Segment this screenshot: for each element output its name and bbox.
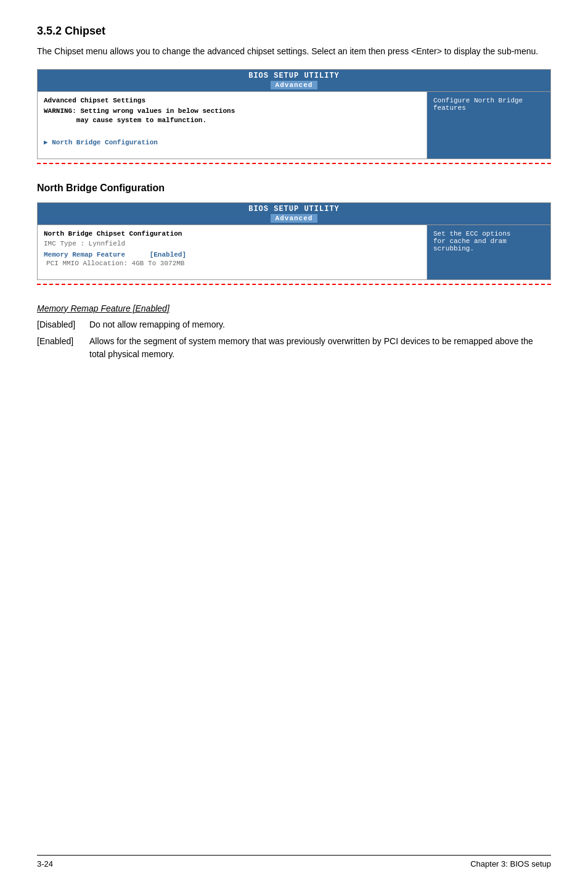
bios-header-2: BIOS SETUP UTILITY Advanced <box>38 203 550 225</box>
bios-right-1: Configure North Bridgefeatures <box>427 92 550 159</box>
dashed-separator-1 <box>37 163 551 164</box>
enabled-label: [Enabled] <box>37 335 89 361</box>
chapter-label: Chapter 3: BIOS setup <box>470 859 551 868</box>
page-footer: 3-24 Chapter 3: BIOS setup <box>37 855 551 868</box>
enabled-desc-row: [Enabled] Allows for the segment of syst… <box>37 335 551 361</box>
memory-remap-value: [Enabled] <box>150 251 186 258</box>
memory-remap-label: Memory Remap Feature <box>44 251 125 258</box>
feature-desc-title: Memory Remap Feature [Enabled] <box>37 303 551 313</box>
disabled-text: Do not allow remapping of memory. <box>89 318 551 331</box>
memory-remap-feature[interactable]: Memory Remap Feature [Enabled] <box>44 251 420 258</box>
bios-tab-2: Advanced <box>271 214 318 223</box>
feature-description: Memory Remap Feature [Enabled] [Disabled… <box>37 303 551 361</box>
page-number: 3-24 <box>37 859 53 868</box>
pci-mmio-allocation: PCI MMIO Allocation: 4GB To 3072MB <box>44 260 420 267</box>
warning-text: WARNING: Setting wrong values in below s… <box>44 107 420 126</box>
bios-header-title-2: BIOS SETUP UTILITY <box>38 205 550 213</box>
section-chipset: 3.5.2 Chipset The Chipset menu allows yo… <box>37 25 551 164</box>
imc-type: IMC Type : Lynnfield <box>44 240 420 247</box>
dashed-separator-2 <box>37 284 551 285</box>
north-bridge-menu-item[interactable]: North Bridge Configuration <box>44 139 158 146</box>
bios-content-2: North Bridge Chipset Configuration IMC T… <box>38 225 550 279</box>
bios-tab-1: Advanced <box>271 81 318 89</box>
bios-help-text-1: Configure North Bridgefeatures <box>433 97 523 112</box>
bios-help-text-2: Set the ECC optionsfor cache and dramscr… <box>433 230 510 252</box>
section-north-bridge: North Bridge Configuration BIOS SETUP UT… <box>37 183 551 361</box>
section-title: 3.5.2 Chipset <box>37 25 551 38</box>
bios-box-1: BIOS SETUP UTILITY Advanced Advanced Chi… <box>37 69 551 159</box>
enabled-text: Allows for the segment of system memory … <box>89 335 551 361</box>
bios-left-2: North Bridge Chipset Configuration IMC T… <box>38 225 427 279</box>
disabled-desc-row: [Disabled] Do not allow remapping of mem… <box>37 318 551 331</box>
bios-right-2: Set the ECC optionsfor cache and dramscr… <box>427 225 550 279</box>
bios-header-title-1: BIOS SETUP UTILITY <box>38 72 550 80</box>
intro-text: The Chipset menu allows you to change th… <box>37 45 551 58</box>
disabled-label: [Disabled] <box>37 318 89 331</box>
nb-section-title: North Bridge Configuration <box>37 183 551 194</box>
nb-chipset-label: North Bridge Chipset Configuration <box>44 230 420 237</box>
advanced-chipset-label: Advanced Chipset Settings <box>44 97 420 104</box>
bios-content-1: Advanced Chipset Settings WARNING: Setti… <box>38 91 550 159</box>
bios-box-2: BIOS SETUP UTILITY Advanced North Bridge… <box>37 202 551 280</box>
bios-left-1: Advanced Chipset Settings WARNING: Setti… <box>38 92 427 159</box>
bios-header-1: BIOS SETUP UTILITY Advanced <box>38 70 550 91</box>
